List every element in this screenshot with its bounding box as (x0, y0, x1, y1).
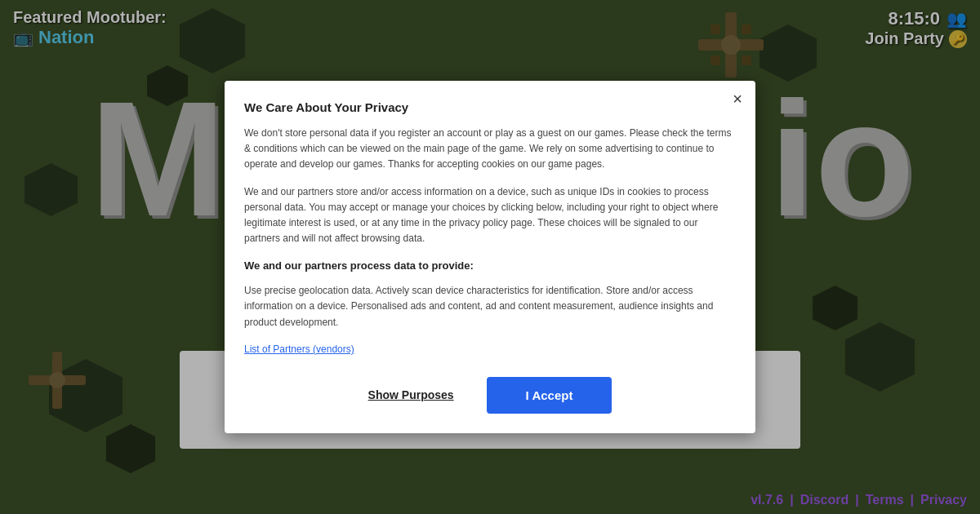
modal-body: We don't store personal data if you regi… (244, 126, 736, 357)
modal-paragraph-1: We don't store personal data if you regi… (244, 126, 736, 173)
modal-paragraph-2: We and our partners store and/or access … (244, 184, 736, 247)
show-purposes-button[interactable]: Show Purposes (368, 388, 454, 401)
modal-overlay: × We Care About Your Privacy We don't st… (0, 0, 980, 514)
modal-close-button[interactable]: × (733, 91, 742, 107)
modal-title: We Care About Your Privacy (244, 100, 736, 114)
accept-button[interactable]: I Accept (487, 377, 612, 414)
privacy-modal: × We Care About Your Privacy We don't st… (225, 81, 755, 433)
partners-link[interactable]: List of Partners (vendors) (244, 343, 354, 355)
modal-actions: Show Purposes I Accept (244, 377, 736, 414)
modal-partners-title: We and our partners process data to prov… (244, 258, 736, 275)
modal-partners-paragraph: Use precise geolocation data. Actively s… (244, 283, 736, 330)
